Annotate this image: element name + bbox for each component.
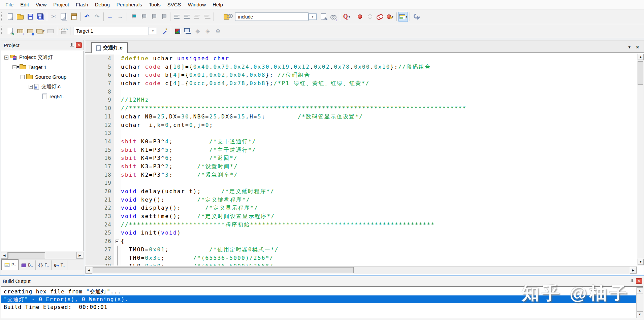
kill-all-breakpoints-button[interactable]: ▾ (385, 12, 395, 22)
save-all-button[interactable] (36, 12, 45, 22)
editor-hscrollbar[interactable]: ◀ ▶ (85, 266, 637, 274)
panel-tab-p[interactable]: P.. (1, 259, 19, 270)
tree-item[interactable]: reg51. (1, 92, 83, 101)
panel-tab-t[interactable]: 0→T.. (52, 260, 67, 270)
options-for-target-button[interactable] (160, 26, 169, 36)
code-line[interactable]: 11uchar NB=25,DX=30,NBG=25,DXG=15,H=5; /… (85, 113, 637, 121)
navigate-back-button[interactable]: ← (105, 12, 115, 22)
find-in-files-button[interactable] (223, 12, 233, 22)
code-line[interactable]: 10//************************************… (85, 104, 637, 113)
stop-build-button[interactable] (46, 26, 55, 36)
paste-button[interactable] (69, 12, 78, 22)
code-line[interactable]: 19 (85, 179, 637, 187)
uncomment-selection-button[interactable] (202, 12, 212, 22)
download-button[interactable]: LOAD (59, 26, 68, 36)
scroll-thumb[interactable] (93, 267, 354, 273)
code-line[interactable]: 25void init(void) (85, 229, 637, 237)
menu-flash[interactable]: Flash (72, 0, 92, 9)
indent-left-button[interactable] (182, 12, 192, 22)
code-line[interactable]: 23void settime(); /*定义时间设置显示程序*/ (85, 212, 637, 221)
build-output-line[interactable]: creating hex file from "交通灯"... (1, 288, 643, 295)
rebuild-button[interactable]: ⇊ (26, 26, 35, 36)
scroll-down-arrow[interactable]: ▼ (637, 311, 643, 317)
cut-button[interactable]: ✂ (49, 12, 58, 22)
code-line[interactable]: 17sbit K3=P3^2; /*设置时间*/ (85, 163, 637, 171)
open-file-button[interactable] (15, 12, 25, 22)
pack-globe-button[interactable]: ⊕ (213, 26, 223, 36)
target-dropdown-button[interactable]: ▾ (149, 28, 157, 34)
build-button[interactable]: ↓ (15, 26, 25, 36)
code-line[interactable]: 15sbit K1=P3^5; /*主干道通行*/ (85, 146, 637, 154)
disable-all-breakpoints-button[interactable] (375, 12, 385, 22)
code-line[interactable]: 24//************************程序初始********… (85, 221, 637, 229)
scroll-right-arrow[interactable]: ▶ (76, 252, 83, 259)
indent-right-button[interactable] (172, 12, 182, 22)
menu-view[interactable]: View (32, 0, 50, 9)
code-editor[interactable]: 4#define uchar unsigned char5uchar code … (85, 53, 637, 265)
close-document-icon[interactable]: × (636, 44, 639, 50)
save-button[interactable] (26, 12, 35, 22)
tree-expander-icon[interactable]: − (29, 85, 33, 89)
code-line[interactable]: 9//12MHz (85, 96, 637, 104)
undo-button[interactable]: ↶ (82, 12, 92, 22)
new-file-button[interactable] (5, 12, 15, 22)
menu-debug[interactable]: Debug (92, 0, 113, 9)
code-line[interactable]: 16sbit K4=P3^6; /*返回*/ (85, 154, 637, 163)
search-dropdown-button[interactable]: ▾ (309, 13, 317, 20)
code-line[interactable]: 21void key(); /*定义键盘程序*/ (85, 196, 637, 204)
code-line[interactable]: 5uchar code a[10]={0x40,0x79,0x24,0x30,0… (85, 63, 637, 71)
editor-tab-active[interactable]: 交通灯.c (91, 42, 128, 53)
scroll-left-arrow[interactable]: ◀ (86, 267, 92, 274)
scroll-up-arrow[interactable]: ▲ (638, 54, 644, 60)
build-output-close-button[interactable]: × (636, 278, 642, 284)
menu-edit[interactable]: Edit (17, 0, 32, 9)
tree-item[interactable]: −Source Group (1, 72, 83, 82)
code-line[interactable]: 6uchar code b[4]={0x01,0x02,0x04,0x08}; … (85, 71, 637, 79)
scroll-right-arrow[interactable]: ▶ (630, 267, 637, 274)
configure-button[interactable] (412, 12, 421, 22)
next-bookmark-button[interactable] (149, 12, 158, 22)
editor-vscrollbar[interactable]: ▲ ▼ (637, 53, 644, 265)
code-line[interactable]: 13 (85, 129, 637, 138)
redo-button[interactable]: ↷ (92, 12, 102, 22)
insert-bookmark-button[interactable] (129, 12, 138, 22)
pack-installer-button[interactable]: ◆ (193, 26, 202, 36)
toolbar-grip[interactable] (1, 12, 4, 21)
tree-item[interactable]: −*Target 1 (1, 62, 83, 72)
panel-tab-f[interactable]: {}F.. (36, 260, 52, 270)
search-term-combobox[interactable]: include (235, 12, 309, 21)
menu-svcs[interactable]: SVCS (164, 0, 185, 9)
enable-disable-breakpoint-button[interactable] (365, 12, 375, 22)
project-hscrollbar[interactable]: ◀ ▶ (1, 252, 84, 259)
manage-windows-button[interactable] (183, 26, 192, 36)
code-line[interactable]: 27 TMOD=0x01; /*使用定时器0模式一*/ (85, 246, 637, 254)
menu-peripherals[interactable]: Peripherals (113, 0, 146, 9)
menu-tools[interactable]: Tools (146, 0, 164, 9)
pin-icon[interactable] (630, 279, 634, 283)
tree-expander-icon[interactable]: − (4, 56, 8, 60)
tree-expander-icon[interactable]: − (12, 65, 17, 69)
code-line[interactable]: 4#define uchar unsigned char (85, 55, 637, 63)
scroll-up-arrow[interactable]: ▲ (637, 287, 643, 293)
translate-button[interactable]: ↻ (5, 26, 15, 36)
scroll-down-arrow[interactable]: ▼ (638, 259, 644, 265)
scroll-left-arrow[interactable]: ◀ (1, 252, 8, 259)
panel-tab-b[interactable]: B.. (19, 260, 36, 270)
code-line[interactable]: 28 TH0=0x3c; /*(65536-5000)/256*/ (85, 254, 637, 262)
clear-bookmarks-button[interactable] (159, 12, 168, 22)
pin-icon[interactable] (69, 43, 74, 47)
function-editor-button[interactable] (173, 26, 182, 36)
insert-breakpoint-button[interactable] (355, 12, 364, 22)
navigate-forward-button[interactable]: → (116, 12, 125, 22)
find-document-button[interactable]: ✎ (319, 12, 328, 22)
fold-collapse-icon[interactable]: − (116, 240, 119, 243)
code-line[interactable]: 12uchar i,k=0,cnt=0,j=0; (85, 121, 637, 130)
code-line[interactable]: 14sbit K0=P3^4; /*支干道通行*/ (85, 138, 637, 146)
build-output-line[interactable]: Build Time Elapsed: 00:00:01 (1, 303, 643, 311)
comment-selection-button[interactable] (192, 12, 202, 22)
batch-build-button[interactable]: ▾ (36, 26, 45, 36)
menu-help[interactable]: Help (209, 0, 226, 9)
tree-item[interactable]: −Project: 交通灯 (1, 52, 83, 62)
scroll-thumb[interactable] (8, 252, 45, 258)
code-line[interactable]: 20void delay(uchar t); /*定义延时程序*/ (85, 187, 637, 196)
